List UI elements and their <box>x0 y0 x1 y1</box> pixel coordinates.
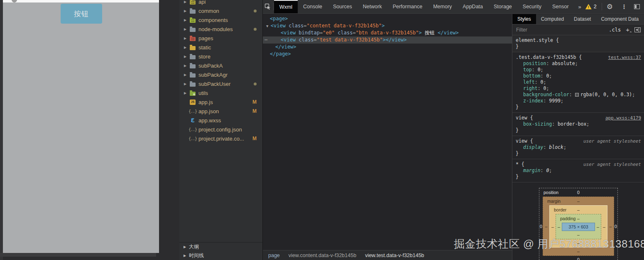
wxml-node-line-6[interactable]: </page> <box>263 51 512 58</box>
tab-performance[interactable]: Performance <box>387 0 428 13</box>
color-swatch-icon[interactable] <box>575 93 579 97</box>
chevron-right-icon[interactable]: ▶ <box>184 91 189 95</box>
warnings-indicator[interactable]: 2 <box>585 4 597 10</box>
css-property[interactable]: z-index: 9999; <box>516 98 641 104</box>
kebab-menu-icon[interactable]: ⋮ <box>621 3 627 10</box>
chevron-right-icon[interactable]: ▶ <box>184 64 189 68</box>
breadcrumb: pageview.content.data-v-f32b145bview.tes… <box>263 250 512 260</box>
wxml-node-line-2[interactable]: ▼ <view class="content data-v-f32b145b"> <box>263 22 512 29</box>
chevron-right-icon[interactable]: ▶ <box>184 18 189 22</box>
tree-item-common[interactable]: ▶common <box>179 6 262 15</box>
rule-selector: view { <box>516 138 533 144</box>
tree-item-node-modules[interactable]: ▶node-modules <box>179 24 262 34</box>
tree-item-app-json[interactable]: {..}app.jsonM <box>179 107 262 116</box>
tree-item-app-js[interactable]: JSapp.jsM <box>179 97 262 107</box>
breadcrumb-item[interactable]: page <box>268 253 280 258</box>
tree-item-subpackuser[interactable]: ▶subPackUser <box>179 79 262 88</box>
tab-console[interactable]: Console <box>298 0 328 13</box>
tree-item-store[interactable]: ▶store <box>179 52 262 61</box>
tree-item-pages[interactable]: ▶pages <box>179 34 262 43</box>
chevron-right-icon[interactable]: ▶ <box>184 245 189 249</box>
tree-item-api[interactable]: ▶api <box>179 0 262 6</box>
css-property[interactable]: bottom: 0; <box>516 73 641 79</box>
dock-window-icon[interactable] <box>634 4 640 9</box>
tab-security[interactable]: Security <box>517 0 547 13</box>
breadcrumb-item[interactable]: view.content.data-v-f32b145b <box>289 253 356 258</box>
position-label: position <box>544 188 558 197</box>
tab-memory[interactable]: Memory <box>428 0 457 13</box>
subtab-computed[interactable]: Computed <box>536 14 569 24</box>
toggle-class-button[interactable]: .cls <box>609 27 621 33</box>
css-property[interactable]: box-sizing: border-box; <box>516 121 641 127</box>
css-rule: view {user agent stylesheetdisplay: bloc… <box>512 136 644 159</box>
box-model-border: border – – padding – <box>549 205 607 248</box>
folder-icon <box>189 81 196 87</box>
stylesheet-link[interactable]: app.wxss:4179 <box>605 115 641 121</box>
css-property[interactable]: margin: 0; <box>516 168 641 174</box>
chevron-right-icon[interactable]: ▶ <box>184 82 189 86</box>
folder-icon <box>189 54 196 59</box>
padding-left-value: – <box>556 223 562 231</box>
css-property[interactable]: right: 0; <box>516 85 641 92</box>
tab-network[interactable]: Network <box>358 0 387 13</box>
new-style-rule-button[interactable]: + <box>626 27 629 33</box>
subtab-dataset[interactable]: Dataset <box>569 14 596 24</box>
tab-storage[interactable]: Storage <box>488 0 517 13</box>
chevron-right-icon[interactable]: ▶ <box>184 254 189 258</box>
folder-icon <box>189 72 196 78</box>
tab-sources[interactable]: Sources <box>328 0 358 13</box>
folder-static-icon <box>189 45 196 50</box>
panel-toggle-icon[interactable] <box>634 27 641 32</box>
file-name: static <box>198 44 257 51</box>
filter-input[interactable] <box>516 27 609 33</box>
tree-item-static[interactable]: ▶static <box>179 43 262 52</box>
app-button[interactable]: 按钮 <box>61 4 102 24</box>
modified-badge: M <box>252 108 257 114</box>
window-edge-strip <box>0 0 3 260</box>
chevron-right-icon[interactable]: ▶ <box>184 46 189 49</box>
simulator-bottom-edge <box>0 253 156 257</box>
tree-item-subpacka[interactable]: ▶subPackA <box>179 61 262 70</box>
gear-icon[interactable]: ⚙ <box>607 3 613 10</box>
position-bottom-value: 0 <box>539 256 617 260</box>
timeline-section[interactable]: ▶ 时间线 <box>179 251 262 260</box>
stylesheet-origin: user agent stylesheet <box>583 138 641 144</box>
subtab-component-data[interactable]: Component Data <box>596 14 644 24</box>
modified-badge: M <box>252 99 257 105</box>
wxml-node-line-3[interactable]: <view bindtap="e0" class="btn data-v-f32… <box>263 29 512 36</box>
expand-arrow-icon[interactable]: ▼ <box>266 24 271 28</box>
wxml-node-line-4[interactable]: ⋯<view class="test data-v-f32b145b"></vi… <box>263 36 512 44</box>
chevron-right-icon[interactable]: ▶ <box>184 55 189 58</box>
inspect-element-button[interactable] <box>263 0 273 13</box>
css-property[interactable]: top: 0; <box>516 67 641 73</box>
breadcrumb-item[interactable]: view.test.data-v-f32b145b <box>365 253 424 258</box>
tab-sensor[interactable]: Sensor <box>547 0 574 13</box>
tab-appdata[interactable]: AppData <box>457 0 488 13</box>
more-actions-icon[interactable]: ⋯ <box>264 36 267 44</box>
subtab-styles[interactable]: Styles <box>512 14 536 24</box>
wechat-devtools-window: 按钮 ▶api▶common▶components▶node-modules▶p… <box>0 0 644 260</box>
tree-item-project-config-json[interactable]: {..}project.config.json <box>179 125 262 134</box>
tree-item-project-private-co-[interactable]: {..}project.private.co...M <box>179 134 262 143</box>
chevron-right-icon[interactable]: ▶ <box>184 36 189 40</box>
wxml-node-line-1[interactable]: <page> <box>263 15 512 22</box>
css-property[interactable]: left: 0; <box>516 79 641 85</box>
css-property[interactable]: position: absolute; <box>516 61 641 67</box>
wxml-node-line-5[interactable]: </view> <box>263 44 512 51</box>
css-property[interactable]: background-color: rgba(0, 0, 0, 0.3); <box>516 92 641 98</box>
chevron-right-icon[interactable]: ▶ <box>184 73 189 77</box>
tree-item-components[interactable]: ▶components <box>179 15 262 24</box>
stylesheet-link[interactable]: test.wxss:37 <box>608 54 641 61</box>
tree-item-utils[interactable]: ▶utils <box>179 88 262 97</box>
tree-item-app-wxss[interactable]: Ɛapp.wxss <box>179 116 262 125</box>
outline-section[interactable]: ▶ 大纲 <box>179 243 262 251</box>
css-property[interactable]: display: block; <box>516 144 641 151</box>
file-explorer: ▶api▶common▶components▶node-modules▶page… <box>179 0 262 260</box>
tab-wxml[interactable]: Wxml <box>274 0 298 13</box>
more-tabs-button[interactable]: » <box>574 0 585 13</box>
chevron-right-icon[interactable]: ▶ <box>184 0 189 4</box>
chevron-right-icon[interactable]: ▶ <box>184 9 189 13</box>
margin-right-value: – <box>607 205 614 248</box>
tree-item-subpackagr[interactable]: ▶subPackAgr <box>179 70 262 79</box>
chevron-right-icon[interactable]: ▶ <box>184 27 189 31</box>
